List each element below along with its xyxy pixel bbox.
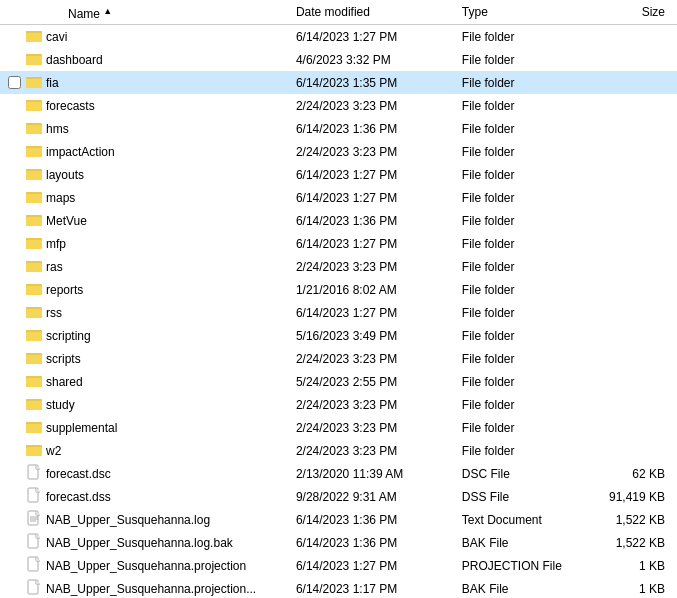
svg-rect-13 bbox=[26, 171, 42, 180]
folder-icon bbox=[26, 303, 42, 322]
file-size bbox=[589, 255, 678, 278]
folder-icon bbox=[26, 27, 42, 46]
file-date: 5/16/2023 3:49 PM bbox=[290, 324, 456, 347]
table-row[interactable]: shared5/24/2023 2:55 PMFile folder bbox=[0, 370, 677, 393]
file-size: 1,522 KB bbox=[589, 531, 678, 554]
folder-icon bbox=[26, 119, 42, 138]
file-type: File folder bbox=[456, 393, 589, 416]
file-type: File folder bbox=[456, 94, 589, 117]
file-size bbox=[589, 117, 678, 140]
file-name-label: w2 bbox=[46, 444, 61, 458]
file-size bbox=[589, 71, 678, 94]
svg-rect-23 bbox=[26, 286, 42, 295]
file-explorer[interactable]: Name Date modified Type Size cavi6/14/20… bbox=[0, 0, 677, 598]
table-row[interactable]: forecast.dsc2/13/2020 11:39 AMDSC File62… bbox=[0, 462, 677, 485]
table-row[interactable]: NAB_Upper_Susquehanna.projection6/14/202… bbox=[0, 554, 677, 577]
table-row[interactable]: scripting5/16/2023 3:49 PMFile folder bbox=[0, 324, 677, 347]
file-date: 6/14/2023 1:27 PM bbox=[290, 186, 456, 209]
file-size: 1,522 KB bbox=[589, 508, 678, 531]
file-type: File folder bbox=[456, 370, 589, 393]
table-row[interactable]: MetVue6/14/2023 1:36 PMFile folder bbox=[0, 209, 677, 232]
file-date: 6/14/2023 1:27 PM bbox=[290, 232, 456, 255]
column-header-type[interactable]: Type bbox=[456, 0, 589, 25]
file-type: File folder bbox=[456, 71, 589, 94]
table-row[interactable]: reports1/21/2016 8:02 AMFile folder bbox=[0, 278, 677, 301]
file-name-label: supplemental bbox=[46, 421, 117, 435]
file-icon bbox=[26, 533, 42, 552]
table-row[interactable]: scripts2/24/2023 3:23 PMFile folder bbox=[0, 347, 677, 370]
svg-rect-5 bbox=[26, 79, 42, 88]
svg-rect-11 bbox=[26, 148, 42, 157]
file-name-label: rss bbox=[46, 306, 62, 320]
file-type: PROJECTION File bbox=[456, 554, 589, 577]
table-row[interactable]: mfp6/14/2023 1:27 PMFile folder bbox=[0, 232, 677, 255]
file-icon bbox=[26, 556, 42, 575]
file-name-label: fia bbox=[46, 76, 59, 90]
file-type: File folder bbox=[456, 347, 589, 370]
table-row[interactable]: dashboard4/6/2023 3:32 PMFile folder bbox=[0, 48, 677, 71]
file-name-label: forecasts bbox=[46, 99, 95, 113]
table-row[interactable]: rss6/14/2023 1:27 PMFile folder bbox=[0, 301, 677, 324]
folder-icon bbox=[26, 165, 42, 184]
table-row[interactable]: w22/24/2023 3:23 PMFile folder bbox=[0, 439, 677, 462]
folder-icon bbox=[26, 280, 42, 299]
table-row[interactable]: forecasts2/24/2023 3:23 PMFile folder bbox=[0, 94, 677, 117]
svg-rect-7 bbox=[26, 102, 42, 111]
table-row[interactable]: layouts6/14/2023 1:27 PMFile folder bbox=[0, 163, 677, 186]
column-header-size[interactable]: Size bbox=[589, 0, 678, 25]
file-size bbox=[589, 416, 678, 439]
file-date: 6/14/2023 1:17 PM bbox=[290, 577, 456, 598]
svg-rect-21 bbox=[26, 263, 42, 272]
file-size bbox=[589, 94, 678, 117]
row-checkbox[interactable] bbox=[8, 76, 21, 89]
row-checkbox-area[interactable] bbox=[6, 76, 22, 89]
svg-rect-17 bbox=[26, 217, 42, 226]
folder-icon bbox=[26, 96, 42, 115]
folder-icon bbox=[26, 234, 42, 253]
file-date: 2/24/2023 3:23 PM bbox=[290, 140, 456, 163]
file-name-label: scripts bbox=[46, 352, 81, 366]
column-header-name[interactable]: Name bbox=[0, 0, 290, 25]
file-type: File folder bbox=[456, 25, 589, 49]
table-row[interactable]: supplemental2/24/2023 3:23 PMFile folder bbox=[0, 416, 677, 439]
file-date: 6/14/2023 1:27 PM bbox=[290, 554, 456, 577]
file-date: 4/6/2023 3:32 PM bbox=[290, 48, 456, 71]
table-row[interactable]: NAB_Upper_Susquehanna.projection...6/14/… bbox=[0, 577, 677, 598]
file-name-label: NAB_Upper_Susquehanna.log.bak bbox=[46, 536, 233, 550]
file-date: 6/14/2023 1:36 PM bbox=[290, 117, 456, 140]
file-type: BAK File bbox=[456, 531, 589, 554]
folder-icon bbox=[26, 50, 42, 69]
file-date: 6/14/2023 1:36 PM bbox=[290, 531, 456, 554]
file-size bbox=[589, 393, 678, 416]
table-row[interactable]: study2/24/2023 3:23 PMFile folder bbox=[0, 393, 677, 416]
file-date: 9/28/2022 9:31 AM bbox=[290, 485, 456, 508]
file-size bbox=[589, 370, 678, 393]
file-date: 6/14/2023 1:27 PM bbox=[290, 301, 456, 324]
folder-icon bbox=[26, 395, 42, 414]
file-size bbox=[589, 439, 678, 462]
svg-rect-37 bbox=[26, 447, 42, 456]
file-type: File folder bbox=[456, 48, 589, 71]
table-row[interactable]: cavi6/14/2023 1:27 PMFile folder bbox=[0, 25, 677, 49]
table-row[interactable]: fia6/14/2023 1:35 PMFile folder bbox=[0, 71, 677, 94]
file-date: 2/24/2023 3:23 PM bbox=[290, 416, 456, 439]
file-size: 1 KB bbox=[589, 577, 678, 598]
svg-rect-31 bbox=[26, 378, 42, 387]
table-row[interactable]: maps6/14/2023 1:27 PMFile folder bbox=[0, 186, 677, 209]
table-row[interactable]: hms6/14/2023 1:36 PMFile folder bbox=[0, 117, 677, 140]
file-date: 5/24/2023 2:55 PM bbox=[290, 370, 456, 393]
file-size bbox=[589, 209, 678, 232]
column-header-date[interactable]: Date modified bbox=[290, 0, 456, 25]
table-row[interactable]: forecast.dss9/28/2022 9:31 AMDSS File91,… bbox=[0, 485, 677, 508]
file-name-label: forecast.dss bbox=[46, 490, 111, 504]
file-size bbox=[589, 301, 678, 324]
table-row[interactable]: ras2/24/2023 3:23 PMFile folder bbox=[0, 255, 677, 278]
file-size bbox=[589, 163, 678, 186]
table-row[interactable]: NAB_Upper_Susquehanna.log6/14/2023 1:36 … bbox=[0, 508, 677, 531]
folder-icon bbox=[26, 372, 42, 391]
file-size bbox=[589, 232, 678, 255]
file-name-label: NAB_Upper_Susquehanna.projection... bbox=[46, 582, 256, 596]
table-row[interactable]: NAB_Upper_Susquehanna.log.bak6/14/2023 1… bbox=[0, 531, 677, 554]
file-date: 1/21/2016 8:02 AM bbox=[290, 278, 456, 301]
table-row[interactable]: impactAction2/24/2023 3:23 PMFile folder bbox=[0, 140, 677, 163]
